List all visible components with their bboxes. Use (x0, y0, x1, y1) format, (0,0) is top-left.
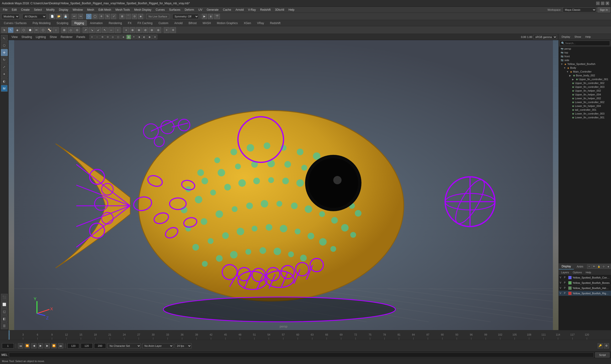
left-tool-d[interactable]: ◧ (1, 315, 8, 322)
outliner-item-main-ctrl[interactable]: ▼ ◈ Main_Controller (559, 70, 611, 74)
redo-btn[interactable]: ↪ (78, 14, 83, 19)
rigging-tool-19[interactable]: ⌖ (123, 27, 129, 33)
menu-mesh-display[interactable]: Mesh Display (132, 8, 153, 12)
workspace-select[interactable]: Maya Classic (563, 7, 596, 13)
range-end-frame2[interactable] (94, 343, 106, 349)
tab-rigging[interactable]: Rigging (71, 21, 87, 26)
signin-btn[interactable]: Sign In (598, 7, 610, 13)
pause-btn[interactable]: ⏸ (208, 14, 213, 19)
rigging-tool-10[interactable]: ⊞ (61, 27, 67, 33)
rotate-btn[interactable]: ↻ (105, 14, 110, 19)
new-scene-btn[interactable]: 📄 (49, 14, 55, 19)
playback-btn[interactable]: ▶ (202, 14, 207, 19)
vp-icon-light[interactable]: ☀ (131, 35, 136, 39)
channel-options-menu[interactable]: Options (571, 271, 583, 274)
no-live-surface-btn[interactable]: No Live Surface (146, 14, 169, 19)
menu-curves[interactable]: Curves (154, 8, 167, 12)
layer-playback-toggle[interactable]: P (564, 287, 567, 289)
layer-vis-toggle[interactable]: V (560, 287, 563, 289)
undo-btn[interactable]: ↩ (72, 14, 77, 19)
outliner-item-lower-fin-helper-004[interactable]: ⊕ Lower_fin_helper_004 (559, 104, 611, 108)
fps-select[interactable]: 24 fps (175, 343, 192, 349)
minimize-button[interactable]: ─ (596, 2, 599, 5)
script-editor-btn[interactable]: Script (595, 352, 610, 358)
gamma-select[interactable]: sRGB gamma (533, 35, 557, 39)
rigging-tool-23[interactable]: ⊛ (149, 27, 155, 33)
rigging-tool-1[interactable]: 🖱 (1, 27, 7, 33)
left-show-man[interactable]: M (1, 85, 8, 92)
menu-3dtoall[interactable]: 3DtoAll (273, 8, 286, 12)
step-fwd-btn[interactable]: ⏩ (51, 343, 57, 349)
layer-vis-toggle[interactable]: V (560, 292, 563, 295)
snap-surface-btn[interactable]: ◈ (138, 14, 143, 19)
rigging-tool-13[interactable]: ↗ (83, 27, 88, 33)
vp-menu-view[interactable]: View (10, 35, 19, 39)
render-btn[interactable]: 🎬 (214, 14, 220, 19)
channel-layers-menu[interactable]: Layers (560, 271, 571, 274)
layer-row-controllers[interactable]: V P Yellow_Spotted_Boxfish_Controllers (559, 275, 611, 280)
outliner-search-input[interactable] (560, 40, 610, 46)
vp-icon-ao[interactable]: ◐ (142, 35, 147, 39)
menu-edit-mesh[interactable]: Edit Mesh (96, 8, 113, 12)
outliner-item-upper-fin-001[interactable]: ▶ ⊕ Upper_fin_controller_001 (559, 77, 611, 81)
anim-settings-btn[interactable]: ⚙ (604, 343, 609, 349)
vp-icon-grid[interactable]: ⊞ (100, 35, 105, 39)
outliner-item-upper-fin-helper-004[interactable]: ⊕ Upper_fin_helper_004 (559, 93, 611, 96)
menu-vray[interactable]: V-Ray (246, 8, 258, 12)
outliner-item-body[interactable]: ▼ ◈ Body (559, 66, 611, 70)
outliner-item-upper-fin-002[interactable]: ⊕ Upper_fin_controller_002 (559, 81, 611, 85)
rigging-tool-9[interactable]: ↕ (53, 27, 59, 33)
outliner-display-menu[interactable]: Display (560, 35, 572, 39)
layer-vis-toggle[interactable]: V (560, 281, 563, 284)
snap-point-btn[interactable]: ⊙ (132, 14, 137, 19)
mel-input[interactable] (9, 352, 594, 357)
outliner-item-lower-fin-ctrl-001[interactable]: ⊕ Lower_fin_controller_001 (559, 116, 611, 119)
vp-icon-filmgate[interactable]: □ (95, 35, 100, 39)
rigging-tool-7[interactable]: ⬡ (40, 27, 46, 33)
tab-sculpting[interactable]: Sculpting (54, 21, 71, 26)
vp-icon-dof[interactable]: ⊛ (153, 35, 157, 39)
step-back-btn[interactable]: ⏪ (25, 343, 30, 349)
tab-animation[interactable]: Animation (87, 21, 105, 26)
left-rotate-tool[interactable]: ↻ (1, 56, 8, 63)
outliner-item-front[interactable]: 📷 front (559, 54, 611, 58)
layer-color-swatch[interactable] (568, 276, 572, 279)
menu-help[interactable]: Help (286, 8, 296, 12)
rigging-tool-8[interactable]: 🦴 (47, 27, 52, 33)
tab-curves-surfaces[interactable]: Curves / Surfaces (1, 21, 29, 26)
go-start-btn[interactable]: ⏮ (18, 343, 23, 349)
outliner-item-lower-fin-helper-002[interactable]: ⊕ Lower_fin_helper_002 (559, 96, 611, 100)
menu-uv[interactable]: UV (196, 8, 204, 12)
left-tool-c[interactable]: ◱ (1, 308, 8, 315)
outliner-item-tail-ctrl-001[interactable]: ⊕ tail_controller_001 (559, 108, 611, 112)
move-btn[interactable]: ✛ (99, 14, 104, 19)
menu-arnold[interactable]: Arnold (234, 8, 246, 12)
layer-row-bones[interactable]: V P Yellow_Spotted_Boxfish_Bones (559, 280, 611, 286)
character-set-select[interactable]: No Character Set (107, 343, 141, 349)
layer-lock-btn[interactable]: 🔒 (597, 264, 601, 269)
range-end-frame[interactable] (81, 343, 93, 349)
timeline[interactable]: 0 3 6 9 12 15 18 21 24 27 30 (0, 330, 611, 340)
vp-icon-cam[interactable]: ⊙ (90, 35, 94, 39)
outliner-item-bone-body[interactable]: ▶ ⊕ Bone_body_002 (559, 74, 611, 77)
menu-file[interactable]: File (1, 8, 9, 12)
menu-window[interactable]: Window (71, 8, 85, 12)
rigging-tool-16[interactable]: ↖ (102, 27, 108, 33)
outliner-show-menu[interactable]: Show (573, 35, 583, 39)
vp-menu-panels[interactable]: Panels (75, 35, 87, 39)
play-btn[interactable]: ▶ (38, 343, 43, 349)
outliner-item-upper-fin-003[interactable]: ⊕ Upper_fin_controller_003 (559, 85, 611, 89)
maximize-button[interactable]: □ (601, 2, 604, 5)
tab-mash[interactable]: MASH (200, 21, 214, 26)
vp-icon-wire[interactable]: ◫ (116, 35, 121, 39)
menu-edit[interactable]: Edit (10, 8, 19, 12)
vp-menu-lighting[interactable]: Lighting (34, 35, 47, 39)
left-lasso-tool[interactable]: ⬡ (1, 42, 8, 49)
rigging-tool-11[interactable]: ◇ (68, 27, 74, 33)
anim-start-frame[interactable] (2, 343, 14, 349)
viewport-content[interactable]: X Y Z persp (9, 40, 559, 330)
vp-menu-shading[interactable]: Shading (20, 35, 33, 39)
rigging-tool-26[interactable]: ✛ (170, 27, 176, 33)
tab-poly-modeling[interactable]: Poly Modeling (30, 21, 53, 26)
layer-playback-toggle[interactable]: P (564, 292, 567, 295)
